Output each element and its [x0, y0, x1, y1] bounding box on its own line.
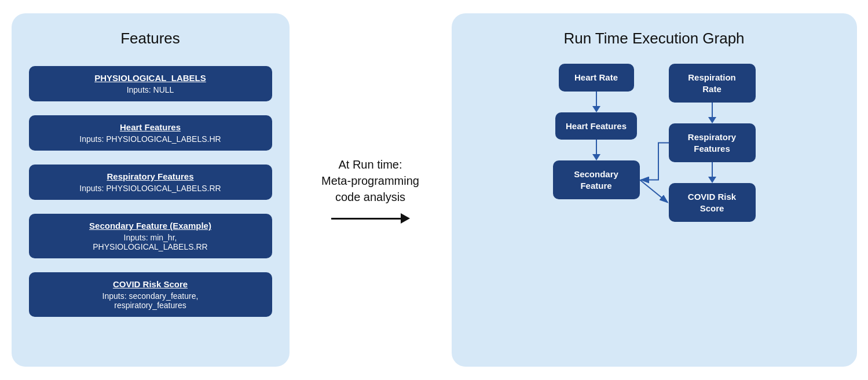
- card-secondary-feature-title: Secondary Feature (Example): [39, 221, 262, 231]
- card-covid-risk-score: COVID Risk Score Inputs: secondary_featu…: [29, 272, 272, 317]
- card-respiratory-features-title: Respiratory Features: [39, 171, 262, 181]
- v-arrow-rf-covid: [708, 162, 716, 183]
- features-panel-title: Features: [29, 30, 272, 48]
- middle-section: At Run time: Meta-programming code analy…: [313, 156, 428, 224]
- card-secondary-feature: Secondary Feature (Example) Inputs: min_…: [29, 214, 272, 258]
- graph-arrows-svg: [469, 64, 840, 350]
- arrow: [331, 213, 410, 224]
- v-arrow-hr-hf: [592, 92, 600, 112]
- card-covid-risk-score-inputs: Inputs: secondary_feature, respiratory_f…: [39, 291, 262, 310]
- card-respiratory-features: Respiratory Features Inputs: PHYSIOLOGIC…: [29, 165, 272, 200]
- node-secondary-feature: Secondary Feature: [553, 160, 640, 199]
- node-covid-risk-score: COVID Risk Score: [669, 183, 756, 222]
- runtime-graph-panel: Run Time Execution Graph Heart Rate Hear…: [452, 13, 857, 367]
- run-time-label: At Run time: Meta-programming code analy…: [321, 156, 419, 205]
- v-arrow-hf-sf: [592, 140, 600, 160]
- card-heart-features: Heart Features Inputs: PHYSIOLOGICAL_LAB…: [29, 115, 272, 151]
- node-respiration-rate: Respiration Rate: [669, 64, 756, 103]
- svg-line-2: [640, 180, 668, 203]
- card-respiratory-features-inputs: Inputs: PHYSIOLOGICAL_LABELS.RR: [39, 184, 262, 193]
- card-covid-risk-score-title: COVID Risk Score: [39, 279, 262, 289]
- arrow-head: [401, 213, 410, 224]
- v-arrow-rr-rf: [708, 103, 716, 123]
- graph-col-right: Respiration Rate Respiratory Features CO…: [669, 64, 756, 222]
- node-respiratory-features: Respiratory Features: [669, 123, 756, 162]
- card-heart-features-title: Heart Features: [39, 122, 262, 132]
- node-heart-rate: Heart Rate: [559, 64, 634, 92]
- card-physiological-labels: PHYSIOLOGICAL_LABELS Inputs: NULL: [29, 66, 272, 101]
- card-physiological-labels-title: PHYSIOLOGICAL_LABELS: [39, 73, 262, 83]
- graph-col-left: Heart Rate Heart Features Secondary Feat…: [553, 64, 640, 199]
- arrow-line: [331, 218, 401, 220]
- card-heart-features-inputs: Inputs: PHYSIOLOGICAL_LABELS.HR: [39, 134, 262, 144]
- card-physiological-labels-inputs: Inputs: NULL: [39, 85, 262, 94]
- node-heart-features: Heart Features: [555, 112, 637, 140]
- graph-wrapper: Heart Rate Heart Features Secondary Feat…: [469, 64, 840, 350]
- main-container: Features PHYSIOLOGICAL_LABELS Inputs: NU…: [12, 8, 857, 372]
- runtime-graph-title: Run Time Execution Graph: [469, 30, 840, 48]
- card-secondary-feature-inputs: Inputs: min_hr, PHYSIOLOGICAL_LABELS.RR: [39, 233, 262, 251]
- features-panel: Features PHYSIOLOGICAL_LABELS Inputs: NU…: [12, 13, 290, 367]
